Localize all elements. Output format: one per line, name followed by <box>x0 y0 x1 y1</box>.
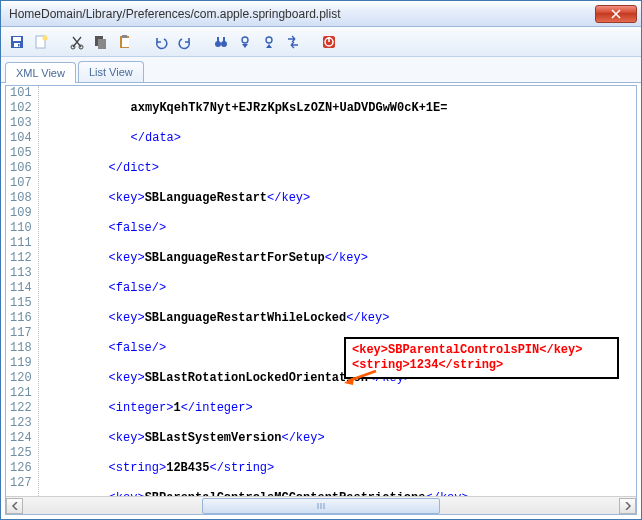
new-button[interactable] <box>31 32 51 52</box>
toolbar <box>1 27 641 57</box>
annotation-callout: <key>SBParentalControlsPIN</key> <string… <box>344 337 619 379</box>
tab-list-view[interactable]: List View <box>78 61 144 82</box>
chevron-left-icon <box>11 502 19 510</box>
scroll-left-button[interactable] <box>6 498 23 514</box>
code-lines[interactable]: axmyKqehTk7Nyt+EJRzKpKsLzOZN+UaDVDGwW0cK… <box>39 86 636 496</box>
tab-xml-view[interactable]: XML View <box>5 62 76 83</box>
find-next-button[interactable] <box>259 32 279 52</box>
redo-icon <box>177 34 193 50</box>
find-prev-button[interactable] <box>235 32 255 52</box>
power-button[interactable] <box>319 32 339 52</box>
undo-button[interactable] <box>151 32 171 52</box>
save-icon <box>9 34 25 50</box>
document-icon <box>33 34 49 50</box>
code-line: <string>12B435</string> <box>39 461 636 476</box>
grip-icon <box>316 502 326 510</box>
redo-button[interactable] <box>175 32 195 52</box>
code-line: </dict> <box>39 161 636 176</box>
code-line: axmyKqehTk7Nyt+EJRzKpKsLzOZN+UaDVDGwW0cK… <box>39 101 636 116</box>
code-line: <key>SBLanguageRestart</key> <box>39 191 636 206</box>
tab-bar: XML View List View <box>1 57 641 83</box>
svg-rect-9 <box>98 39 106 49</box>
code-line: <false/> <box>39 281 636 296</box>
arrow-icon <box>342 369 378 387</box>
chevron-right-icon <box>624 502 632 510</box>
copy-icon <box>93 34 109 50</box>
code-editor[interactable]: 1011021031041051061071081091101111121131… <box>6 86 636 496</box>
code-line: <false/> <box>39 221 636 236</box>
svg-rect-3 <box>18 44 20 47</box>
svg-point-18 <box>266 37 272 43</box>
clipboard-icon <box>117 34 133 50</box>
horizontal-scrollbar[interactable] <box>6 496 636 514</box>
find-next-icon <box>261 34 277 50</box>
replace-button[interactable] <box>283 32 303 52</box>
code-line: <integer>1</integer> <box>39 401 636 416</box>
find-prev-icon <box>237 34 253 50</box>
window: HomeDomain/Library/Preferences/com.apple… <box>0 0 642 520</box>
code-line: <key>SBLanguageRestartForSetup</key> <box>39 251 636 266</box>
svg-point-5 <box>43 35 48 40</box>
scroll-right-button[interactable] <box>619 498 636 514</box>
copy-button[interactable] <box>91 32 111 52</box>
power-icon <box>321 34 337 50</box>
svg-rect-1 <box>13 37 21 41</box>
titlebar: HomeDomain/Library/Preferences/com.apple… <box>1 1 641 27</box>
close-button[interactable] <box>595 5 637 23</box>
code-line: <key>SBLanguageRestartWhileLocked</key> <box>39 311 636 326</box>
find-button[interactable] <box>211 32 231 52</box>
line-gutter: 1011021031041051061071081091101111121131… <box>6 86 39 496</box>
window-title: HomeDomain/Library/Preferences/com.apple… <box>1 7 595 21</box>
code-line: </data> <box>39 131 636 146</box>
undo-icon <box>153 34 169 50</box>
svg-rect-12 <box>122 35 127 38</box>
svg-rect-11 <box>122 38 129 47</box>
paste-button[interactable] <box>115 32 135 52</box>
replace-icon <box>285 34 301 50</box>
svg-point-17 <box>242 37 248 43</box>
close-icon <box>611 9 621 19</box>
save-button[interactable] <box>7 32 27 52</box>
editor-content: 1011021031041051061071081091101111121131… <box>5 85 637 515</box>
code-line: <key>SBLastSystemVersion</key> <box>39 431 636 446</box>
svg-rect-16 <box>223 37 225 42</box>
cut-button[interactable] <box>67 32 87 52</box>
scroll-track[interactable] <box>23 498 619 514</box>
scissors-icon <box>69 34 85 50</box>
svg-rect-15 <box>217 37 219 42</box>
scroll-thumb[interactable] <box>202 498 440 514</box>
binoculars-icon <box>213 34 229 50</box>
